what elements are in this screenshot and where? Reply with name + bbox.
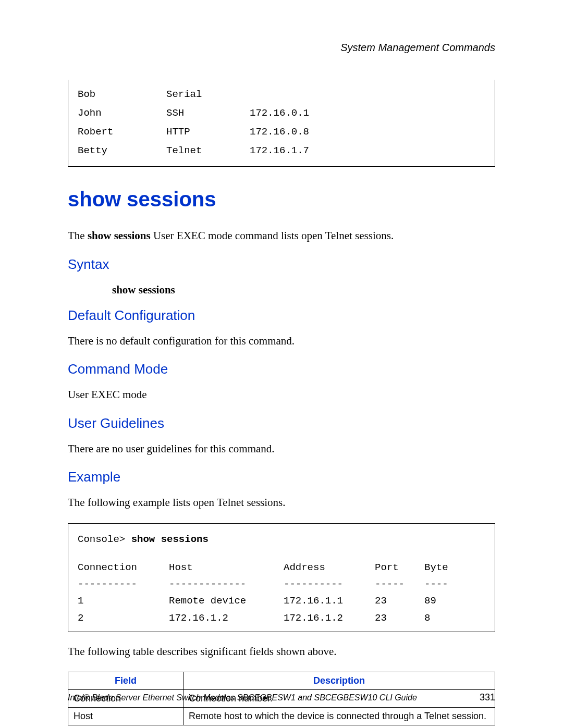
console-dash-row: ---------- ------------- ---------- ----…: [78, 576, 485, 593]
cell-name: Betty: [78, 141, 166, 160]
cell: 1: [78, 593, 169, 609]
th-field: Field: [68, 672, 183, 690]
console-data-row: 1 Remote device 172.16.1.1 23 89: [78, 593, 485, 609]
cell: 23: [375, 593, 424, 609]
table-row: Host Remote host to which the device is …: [68, 708, 495, 725]
col-header: Host: [169, 559, 284, 576]
cell-addr: [250, 85, 344, 104]
console-line: Console> show sessions: [78, 531, 485, 548]
cell-proto: Telnet: [166, 141, 250, 160]
col-header: Address: [284, 559, 375, 576]
footer-text: Intel® Blade Server Ethernet Switch Modu…: [68, 693, 417, 702]
dash: ----: [424, 576, 466, 593]
table-row: John SSH 172.16.0.1: [68, 104, 495, 122]
command-mode-text: User EXEC mode: [68, 387, 495, 402]
cell: 172.16.1.1: [284, 593, 375, 609]
cell-addr: 172.16.0.8: [250, 122, 344, 141]
user-guidelines-text: There are no user guidelines for this co…: [68, 441, 495, 456]
table-row: Robert HTTP 172.16.0.8: [68, 122, 495, 141]
cell: 8: [424, 610, 466, 626]
cell-proto: Serial: [166, 85, 250, 104]
page: System Management Commands Bob Serial Jo…: [0, 0, 563, 728]
example-heading: Example: [68, 469, 495, 485]
example-after-text: The following table describes significan…: [68, 644, 495, 659]
cell-name: Bob: [78, 85, 166, 104]
cell-name: John: [78, 104, 166, 122]
cell-name: Robert: [78, 122, 166, 141]
footer-page-number: 331: [480, 692, 495, 703]
console-command: show sessions: [131, 534, 209, 545]
default-config-heading: Default Configuration: [68, 307, 495, 324]
table-row: Betty Telnet 172.16.1.7: [68, 141, 495, 160]
intro-bold: show sessions: [88, 229, 151, 242]
cell-proto: SSH: [166, 104, 250, 122]
dash: ----------: [284, 576, 375, 593]
intro-post: User EXEC mode command lists open Telnet…: [151, 229, 394, 242]
th-description: Description: [183, 672, 495, 690]
table-row: Bob Serial: [68, 85, 495, 104]
command-mode-heading: Command Mode: [68, 361, 495, 377]
td-field: Host: [68, 708, 183, 725]
cell: 172.16.1.2: [284, 610, 375, 626]
users-sessions-box: Bob Serial John SSH 172.16.0.1 Robert HT…: [68, 80, 495, 167]
dash: -------------: [169, 576, 284, 593]
console-output-box: Console> show sessions Connection Host A…: [68, 523, 495, 632]
page-footer: Intel® Blade Server Ethernet Switch Modu…: [68, 692, 495, 703]
table-head-row: Field Description: [68, 672, 495, 690]
cell: 2: [78, 610, 169, 626]
default-config-text: There is no default configuration for th…: [68, 333, 495, 349]
console-prompt: Console>: [78, 534, 131, 545]
console-header-row: Connection Host Address Port Byte: [78, 559, 485, 576]
command-title: show sessions: [68, 188, 495, 211]
syntax-text: show sessions: [112, 283, 495, 297]
cell-proto: HTTP: [166, 122, 250, 141]
cell-addr: 172.16.0.1: [250, 104, 344, 122]
col-header: Port: [375, 559, 424, 576]
dash: -----: [375, 576, 424, 593]
cell: 23: [375, 610, 424, 626]
intro-pre: The: [68, 229, 88, 242]
example-intro: The following example lists open Telnet …: [68, 495, 495, 510]
page-header-right: System Management Commands: [68, 42, 495, 54]
col-header: Connection: [78, 559, 169, 576]
cell-addr: 172.16.1.7: [250, 141, 344, 160]
user-guidelines-heading: User Guidelines: [68, 415, 495, 431]
syntax-heading: Syntax: [68, 256, 495, 273]
td-desc: Remote host to which the device is conne…: [183, 708, 495, 725]
console-data-row: 2 172.16.1.2 172.16.1.2 23 8: [78, 610, 485, 626]
cell: Remote device: [169, 593, 284, 609]
dash: ----------: [78, 576, 169, 593]
cell: 172.16.1.2: [169, 610, 284, 626]
cell: 89: [424, 593, 466, 609]
col-header: Byte: [424, 559, 466, 576]
intro-text: The show sessions User EXEC mode command…: [68, 228, 495, 243]
